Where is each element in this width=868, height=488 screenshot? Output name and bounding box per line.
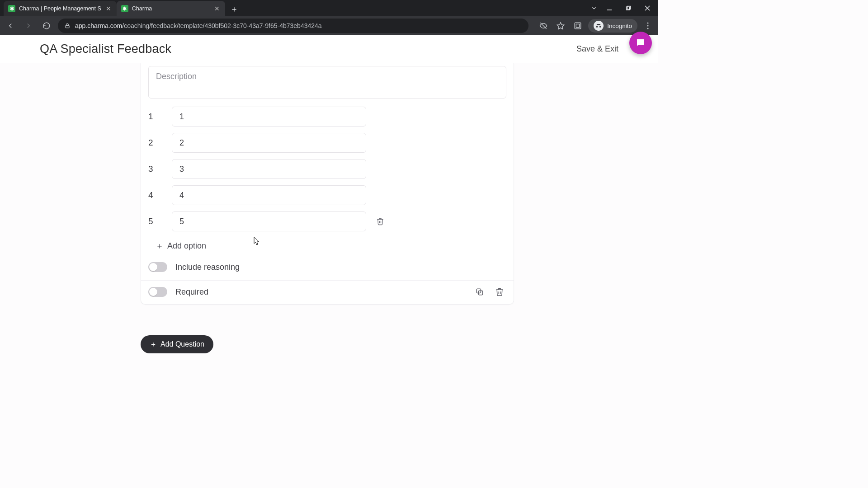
browser-tab[interactable]: ✱ Charma | People Management S ✕ bbox=[4, 1, 117, 16]
include-reasoning-row: Include reasoning bbox=[141, 258, 514, 277]
chat-icon bbox=[635, 38, 646, 48]
svg-point-10 bbox=[647, 22, 648, 23]
tracking-eye-off-icon[interactable] bbox=[537, 19, 550, 33]
add-option-label: Add option bbox=[167, 241, 206, 251]
window-controls bbox=[590, 0, 658, 16]
option-row: 1 bbox=[148, 107, 506, 127]
options-list: 1 2 3 4 5 bbox=[141, 107, 514, 231]
bookmark-star-icon[interactable] bbox=[554, 19, 567, 33]
required-row: Required bbox=[148, 287, 208, 297]
help-chat-fab[interactable] bbox=[629, 32, 652, 54]
minimize-icon[interactable] bbox=[601, 2, 618, 14]
question-card: Description 1 2 3 4 5 bbox=[141, 63, 514, 305]
svg-rect-9 bbox=[576, 24, 580, 28]
forward-button[interactable] bbox=[22, 19, 35, 33]
address-bar[interactable]: app.charma.com/coaching/feedback/templat… bbox=[58, 19, 528, 33]
tabs-overflow-icon[interactable] bbox=[590, 5, 599, 11]
required-toggle[interactable] bbox=[148, 287, 167, 297]
option-input[interactable] bbox=[172, 159, 366, 179]
card-actions bbox=[475, 287, 505, 297]
lock-icon bbox=[64, 23, 71, 29]
plus-icon: ＋ bbox=[156, 240, 164, 251]
browser-tab-active[interactable]: ✱ Charma ✕ bbox=[117, 1, 225, 16]
option-input[interactable] bbox=[172, 211, 366, 231]
required-label: Required bbox=[175, 287, 208, 297]
svg-rect-5 bbox=[66, 25, 69, 28]
svg-rect-8 bbox=[575, 23, 581, 29]
option-number: 2 bbox=[148, 138, 161, 148]
option-row: 5 bbox=[148, 211, 506, 231]
incognito-icon bbox=[594, 21, 604, 31]
svg-marker-7 bbox=[557, 23, 564, 29]
add-question-label: Add Question bbox=[160, 340, 204, 348]
back-button[interactable] bbox=[4, 19, 17, 33]
svg-point-12 bbox=[647, 28, 648, 29]
option-number: 4 bbox=[148, 190, 161, 200]
url-text: app.charma.com/coaching/feedback/templat… bbox=[75, 22, 322, 29]
browser-toolbar: app.charma.com/coaching/feedback/templat… bbox=[0, 16, 658, 35]
favicon-icon: ✱ bbox=[121, 5, 128, 12]
favicon-icon: ✱ bbox=[8, 5, 15, 12]
close-icon[interactable]: ✕ bbox=[105, 5, 112, 12]
incognito-chip[interactable]: Incognito bbox=[588, 19, 637, 33]
kebab-menu-icon[interactable] bbox=[641, 19, 655, 33]
install-app-icon[interactable] bbox=[571, 19, 585, 33]
app-header: QA Specialist Feedback Save & Exit bbox=[0, 35, 658, 63]
add-question-button[interactable]: ＋ Add Question bbox=[141, 335, 213, 353]
copy-icon bbox=[475, 287, 484, 296]
plus-icon: ＋ bbox=[150, 340, 157, 349]
tab-title: Charma bbox=[132, 5, 210, 12]
save-exit-button[interactable]: Save & Exit bbox=[576, 44, 618, 54]
incognito-label: Incognito bbox=[607, 23, 632, 29]
new-tab-button[interactable]: ＋ bbox=[228, 3, 241, 15]
reload-button[interactable] bbox=[40, 19, 53, 33]
option-number: 5 bbox=[148, 216, 161, 226]
svg-point-11 bbox=[647, 25, 648, 26]
browser-chrome: ✱ Charma | People Management S ✕ ✱ Charm… bbox=[0, 0, 658, 35]
tabstrip: ✱ Charma | People Management S ✕ ✱ Charm… bbox=[0, 0, 658, 16]
delete-option-button[interactable] bbox=[375, 216, 385, 226]
option-row: 3 bbox=[148, 159, 506, 179]
close-icon[interactable]: ✕ bbox=[213, 5, 221, 12]
option-input[interactable] bbox=[172, 185, 366, 205]
description-placeholder: Description bbox=[156, 72, 197, 81]
trash-icon bbox=[376, 217, 384, 225]
card-footer: Required bbox=[141, 280, 514, 304]
maximize-icon[interactable] bbox=[620, 2, 637, 14]
option-row: 2 bbox=[148, 133, 506, 153]
duplicate-button[interactable] bbox=[475, 287, 485, 297]
description-input[interactable]: Description bbox=[148, 66, 506, 99]
option-number: 1 bbox=[148, 112, 161, 122]
delete-question-button[interactable] bbox=[495, 287, 505, 297]
close-window-icon[interactable] bbox=[639, 2, 656, 14]
include-reasoning-toggle[interactable] bbox=[148, 262, 167, 272]
page-title: QA Specialist Feedback bbox=[40, 42, 171, 56]
option-number: 3 bbox=[148, 164, 161, 174]
option-input[interactable] bbox=[172, 107, 366, 127]
include-reasoning-label: Include reasoning bbox=[175, 263, 240, 272]
option-input[interactable] bbox=[172, 133, 366, 153]
option-row: 4 bbox=[148, 185, 506, 205]
tab-title: Charma | People Management S bbox=[19, 5, 101, 12]
add-option-button[interactable]: ＋ Add option bbox=[156, 240, 506, 251]
trash-icon bbox=[495, 287, 504, 296]
